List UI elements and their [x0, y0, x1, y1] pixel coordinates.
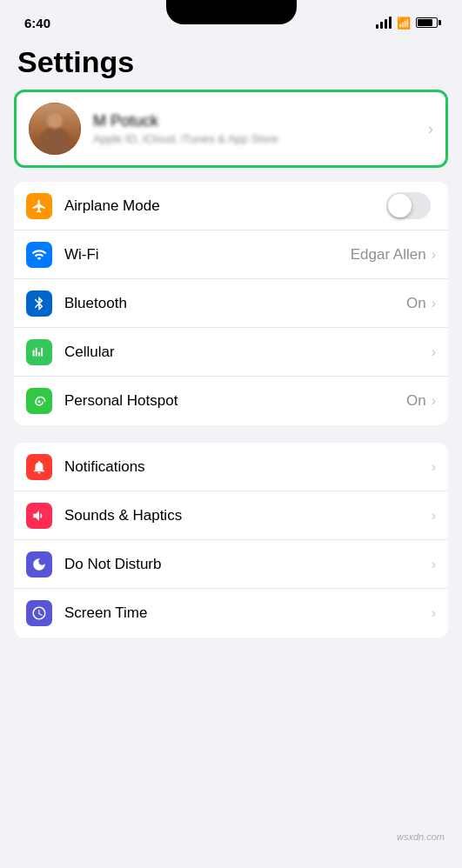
donotdisturb-chevron: › — [432, 557, 436, 572]
watermark: wsxdn.com — [397, 831, 445, 842]
profile-subtitle: Apple ID, iCloud, iTunes & App Store — [93, 132, 428, 145]
donotdisturb-icon — [26, 551, 52, 578]
donotdisturb-icon-svg — [31, 557, 47, 572]
hotspot-row[interactable]: Personal Hotspot On › — [14, 377, 448, 425]
bluetooth-icon-svg — [31, 296, 47, 311]
airplane-mode-icon — [26, 193, 52, 219]
sounds-row[interactable]: Sounds & Haptics › — [14, 491, 448, 540]
airplane-mode-toggle[interactable] — [386, 192, 431, 219]
battery-icon — [416, 17, 438, 28]
bluetooth-chevron: › — [432, 296, 436, 311]
notifications-label: Notifications — [64, 458, 432, 476]
wifi-row[interactable]: Wi-Fi Edgar Allen › — [14, 230, 448, 279]
avatar — [29, 103, 81, 155]
toggle-knob — [388, 194, 412, 217]
hotspot-value: On — [406, 392, 426, 410]
screentime-chevron: › — [432, 605, 436, 621]
wifi-value: Edgar Allen — [351, 246, 426, 264]
page-title: Settings — [0, 38, 462, 90]
bluetooth-icon — [26, 290, 52, 317]
wifi-chevron: › — [432, 247, 436, 263]
airplane-mode-label: Airplane Mode — [64, 197, 386, 215]
sounds-chevron: › — [432, 508, 436, 524]
airplane-mode-row[interactable]: Airplane Mode — [14, 182, 448, 230]
profile-info: M Potuck Apple ID, iCloud, iTunes & App … — [93, 112, 428, 145]
signal-icon — [376, 17, 392, 29]
cellular-icon-svg — [31, 344, 47, 360]
cellular-icon — [26, 339, 52, 365]
notifications-row[interactable]: Notifications › — [14, 443, 448, 491]
wifi-icon-svg — [31, 247, 47, 263]
profile-chevron: › — [428, 120, 433, 138]
notifications-chevron: › — [432, 459, 436, 475]
status-icons: 📶 — [376, 17, 438, 30]
phone-frame: 6:40 📶 Settings M Potuck Apple ID, iClou… — [0, 0, 462, 868]
bluetooth-row[interactable]: Bluetooth On › — [14, 279, 448, 328]
profile-name: M Potuck — [93, 112, 428, 130]
connectivity-group: Airplane Mode Wi-Fi Edgar Allen › B — [14, 182, 448, 425]
bluetooth-label: Bluetooth — [64, 295, 406, 312]
notifications-icon — [26, 454, 52, 480]
screentime-label: Screen Time — [64, 604, 432, 622]
wifi-settings-icon — [26, 242, 52, 268]
cellular-chevron: › — [432, 344, 436, 360]
screentime-icon-svg — [31, 605, 47, 621]
sounds-icon-svg — [31, 508, 47, 524]
donotdisturb-row[interactable]: Do Not Disturb › — [14, 540, 448, 589]
notifications-group: Notifications › Sounds & Haptics › — [14, 443, 448, 638]
hotspot-icon — [26, 388, 52, 414]
wifi-label: Wi-Fi — [64, 246, 351, 264]
profile-row[interactable]: M Potuck Apple ID, iCloud, iTunes & App … — [14, 90, 448, 168]
status-time: 6:40 — [24, 16, 50, 30]
cellular-label: Cellular — [64, 344, 432, 361]
hotspot-label: Personal Hotspot — [64, 392, 406, 410]
screentime-icon — [26, 600, 52, 626]
screentime-row[interactable]: Screen Time › — [14, 589, 448, 638]
notch — [166, 0, 297, 24]
hotspot-icon-svg — [31, 393, 47, 409]
wifi-icon: 📶 — [397, 17, 411, 30]
donotdisturb-label: Do Not Disturb — [64, 556, 432, 573]
hotspot-chevron: › — [432, 393, 436, 409]
sounds-label: Sounds & Haptics — [64, 507, 432, 524]
sounds-icon — [26, 503, 52, 529]
cellular-row[interactable]: Cellular › — [14, 328, 448, 377]
airplane-icon — [31, 198, 47, 214]
bluetooth-value: On — [406, 295, 426, 312]
notifications-icon-svg — [31, 459, 47, 475]
